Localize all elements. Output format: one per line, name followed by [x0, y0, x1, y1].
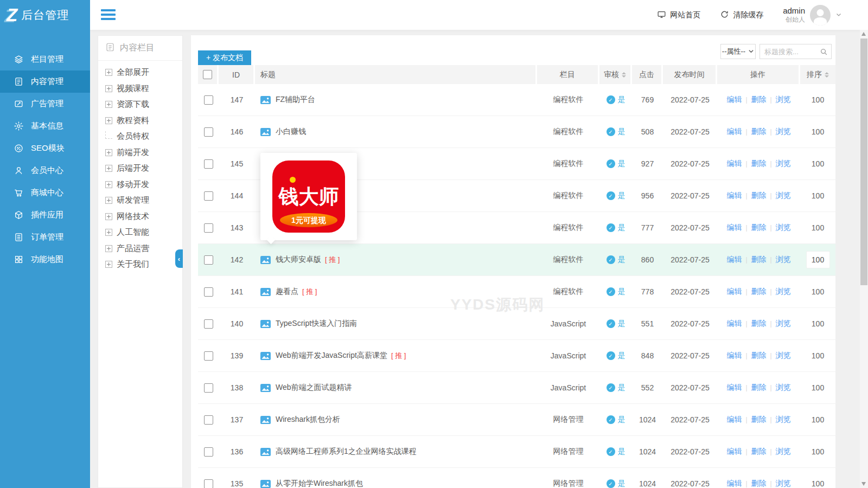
document-title[interactable]: 高级网络工程师系列1之企业网络实战课程	[276, 447, 417, 457]
edit-link[interactable]: 编辑	[726, 159, 742, 169]
expand-plus-icon[interactable]	[105, 85, 112, 92]
tree-item-video[interactable]: 视频课程	[105, 81, 182, 97]
edit-link[interactable]: 编辑	[726, 383, 742, 393]
expand-plus-icon[interactable]	[105, 101, 112, 108]
tree-item-about[interactable]: 关于我们	[105, 256, 182, 273]
delete-link[interactable]: 删除	[751, 255, 767, 265]
view-link[interactable]: 浏览	[776, 447, 791, 457]
sidebar-item-mall[interactable]: 商城中心	[0, 182, 90, 204]
view-link[interactable]: 浏览	[776, 191, 791, 201]
delete-link[interactable]: 删除	[751, 95, 767, 105]
sort-input[interactable]: 100	[806, 251, 830, 268]
edit-link[interactable]: 编辑	[726, 223, 742, 233]
delete-link[interactable]: 删除	[751, 191, 767, 201]
delete-link[interactable]: 删除	[751, 447, 767, 457]
panel-collapse-button[interactable]: ‹	[175, 249, 183, 268]
row-checkbox[interactable]	[204, 447, 213, 457]
document-title[interactable]: Web前端之面试题精讲	[276, 383, 352, 393]
user-menu[interactable]: admin 创始人	[783, 5, 842, 25]
view-link[interactable]: 浏览	[776, 319, 791, 329]
edit-link[interactable]: 编辑	[726, 447, 742, 457]
row-checkbox[interactable]	[204, 479, 213, 488]
hamburger-icon[interactable]	[101, 9, 116, 22]
expand-plus-icon[interactable]	[105, 229, 112, 236]
document-title[interactable]: 小白赚钱	[276, 127, 306, 137]
expand-plus-icon[interactable]	[105, 261, 112, 268]
title-search-input[interactable]	[760, 44, 820, 59]
scrollbar-thumb[interactable]	[860, 38, 867, 285]
delete-link[interactable]: 删除	[751, 383, 767, 393]
delete-link[interactable]: 删除	[751, 287, 767, 297]
view-link[interactable]: 浏览	[776, 351, 791, 361]
sidebar-item-basic-info[interactable]: 基本信息	[0, 115, 90, 137]
sidebar-item-members[interactable]: 会员中心	[0, 159, 90, 182]
view-link[interactable]: 浏览	[776, 287, 791, 297]
row-checkbox[interactable]	[204, 223, 213, 233]
edit-link[interactable]: 编辑	[726, 351, 742, 361]
sidebar-item-seo[interactable]: SEO模块	[0, 137, 90, 159]
view-link[interactable]: 浏览	[776, 159, 791, 169]
header-sort[interactable]: 排序	[800, 65, 835, 84]
sidebar-item-content[interactable]: 内容管理	[0, 70, 90, 93]
edit-link[interactable]: 编辑	[726, 319, 742, 329]
view-link[interactable]: 浏览	[776, 479, 791, 488]
edit-link[interactable]: 编辑	[726, 287, 742, 297]
sidebar-item-columns[interactable]: 栏目管理	[0, 48, 90, 70]
sort-icon[interactable]	[622, 72, 626, 78]
edit-link[interactable]: 编辑	[726, 95, 742, 105]
row-checkbox[interactable]	[204, 159, 213, 169]
header-review[interactable]: 审核	[599, 65, 632, 84]
expand-plus-icon[interactable]	[105, 181, 112, 188]
tree-item-network[interactable]: 网络技术	[105, 209, 182, 225]
publish-document-button[interactable]: + 发布文档	[198, 50, 251, 66]
tree-item-mobile[interactable]: 移动开发	[105, 177, 182, 193]
document-title[interactable]: 趣看点	[276, 287, 298, 297]
document-title[interactable]: Web前端开发JavaScript高薪课堂	[276, 351, 387, 361]
edit-link[interactable]: 编辑	[726, 255, 742, 265]
tree-item-frontend[interactable]: 前端开发	[105, 145, 182, 161]
tree-item-expand-all[interactable]: 全部展开	[105, 65, 182, 81]
edit-link[interactable]: 编辑	[726, 415, 742, 425]
select-all-checkbox[interactable]	[203, 70, 212, 79]
sidebar-item-plugins[interactable]: 插件应用	[0, 204, 90, 226]
row-checkbox[interactable]	[204, 415, 213, 425]
expand-plus-icon[interactable]	[105, 149, 112, 156]
sidebar-item-ads[interactable]: 广告管理	[0, 93, 90, 115]
row-checkbox[interactable]	[204, 255, 213, 265]
sort-icon[interactable]	[825, 72, 829, 78]
scroll-down-arrow[interactable]	[861, 482, 866, 486]
vertical-scrollbar[interactable]	[860, 30, 868, 488]
row-checkbox[interactable]	[204, 127, 213, 137]
row-checkbox[interactable]	[204, 95, 213, 105]
edit-link[interactable]: 编辑	[726, 479, 742, 488]
tree-item-rnd[interactable]: 研发管理	[105, 192, 182, 209]
row-checkbox[interactable]	[204, 351, 213, 361]
expand-plus-icon[interactable]	[105, 213, 112, 220]
expand-plus-icon[interactable]	[105, 197, 112, 204]
document-title[interactable]: Wireshark抓包分析	[276, 415, 340, 425]
row-checkbox[interactable]	[204, 191, 213, 201]
document-title[interactable]: 从零开始学Wireshark抓包	[276, 479, 363, 488]
expand-plus-icon[interactable]	[105, 69, 112, 76]
delete-link[interactable]: 删除	[751, 319, 767, 329]
delete-link[interactable]: 删除	[751, 479, 767, 488]
view-link[interactable]: 浏览	[776, 95, 791, 105]
search-icon[interactable]	[820, 48, 828, 56]
delete-link[interactable]: 删除	[751, 351, 767, 361]
tree-item-backend[interactable]: 后端开发	[105, 160, 182, 177]
view-link[interactable]: 浏览	[776, 223, 791, 233]
sidebar-item-sitemap[interactable]: 功能地图	[0, 248, 90, 271]
tree-item-download[interactable]: 资源下载	[105, 97, 182, 113]
document-title[interactable]: 钱大师安卓版	[276, 255, 321, 265]
tree-item-ai[interactable]: 人工智能	[105, 224, 182, 241]
attribute-filter-select[interactable]: --属性--	[720, 44, 756, 59]
document-title[interactable]: TypeScript快速入门指南	[276, 319, 357, 329]
view-link[interactable]: 浏览	[776, 255, 791, 265]
delete-link[interactable]: 删除	[751, 127, 767, 137]
expand-plus-icon[interactable]	[105, 117, 112, 124]
tree-item-vip[interactable]: 会员特权	[105, 129, 182, 145]
document-title[interactable]: FZ辅助平台	[276, 95, 315, 105]
delete-link[interactable]: 删除	[751, 159, 767, 169]
edit-link[interactable]: 编辑	[726, 191, 742, 201]
view-link[interactable]: 浏览	[776, 383, 791, 393]
